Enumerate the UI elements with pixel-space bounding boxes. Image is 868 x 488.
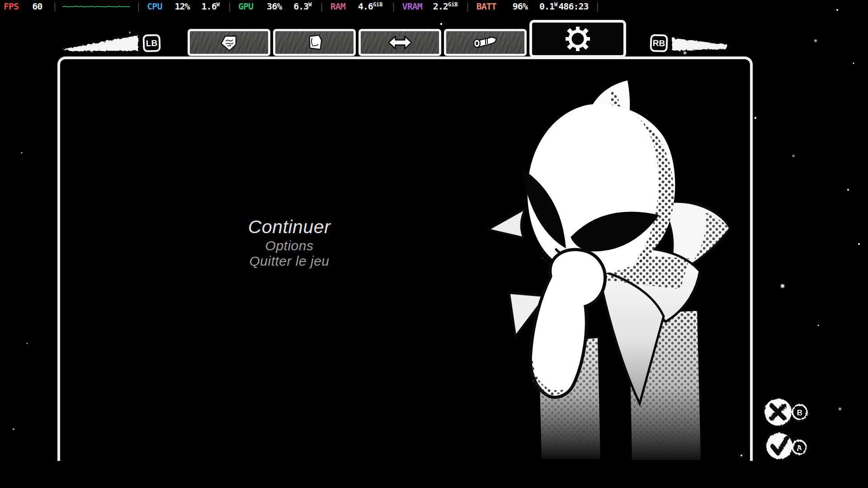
battery-time: 486:23: [558, 1, 588, 12]
ram-value: 4.6GiB: [358, 1, 383, 12]
battery-label: BATT: [476, 1, 496, 12]
menu-item-quit[interactable]: Quitter le jeu: [145, 253, 434, 269]
pause-menu: Continuer Options Quitter le jeu: [145, 217, 434, 268]
tab-bar: [188, 29, 626, 67]
gear-icon: [564, 25, 592, 53]
gpu-label: GPU: [238, 1, 253, 12]
menu-item-continue[interactable]: Continuer: [145, 217, 434, 237]
svg-text:B: B: [797, 408, 802, 417]
fps-value: 60: [32, 1, 42, 12]
performance-overlay: FPS 60 | | CPU 12% 1.6W | GPU 36% 6.3W |…: [0, 0, 868, 12]
scroll-icon: [472, 33, 499, 52]
frametime-graph: [62, 3, 130, 10]
gpu-load: 36%: [267, 1, 282, 12]
gpu-power: 6.3W: [293, 1, 311, 12]
right-wedge-decoration: [672, 38, 728, 51]
vram-label: VRAM: [402, 1, 422, 12]
battery-percent: 96%: [513, 1, 528, 12]
tab-map[interactable]: [273, 29, 356, 56]
menu-item-options[interactable]: Options: [145, 238, 434, 253]
tab-scroll[interactable]: [444, 29, 527, 56]
tab-journal[interactable]: [188, 29, 270, 56]
cpu-label: CPU: [147, 1, 162, 12]
fps-label: FPS: [4, 1, 19, 12]
left-wedge-decoration: [62, 35, 138, 51]
svg-text:A: A: [797, 444, 802, 452]
note-icon: [218, 32, 241, 53]
battery-power: 0.1W: [539, 1, 557, 12]
tab-controls[interactable]: [359, 29, 441, 56]
tab-settings[interactable]: [529, 20, 626, 58]
left-border-texture: [53, 244, 60, 456]
button-prompt-cancel[interactable]: B: [764, 399, 807, 426]
cloth-icon: [304, 32, 325, 53]
ram-label: RAM: [330, 1, 345, 12]
button-prompt-confirm[interactable]: A: [766, 433, 806, 459]
cpu-power: 1.6W: [202, 1, 220, 12]
right-bumper-badge[interactable]: RB: [650, 34, 668, 52]
left-bumper-badge[interactable]: LB: [142, 34, 160, 52]
double-arrow-icon: [387, 32, 413, 53]
cpu-load: 12%: [175, 1, 189, 12]
vram-value: 2.2GiB: [433, 1, 458, 12]
